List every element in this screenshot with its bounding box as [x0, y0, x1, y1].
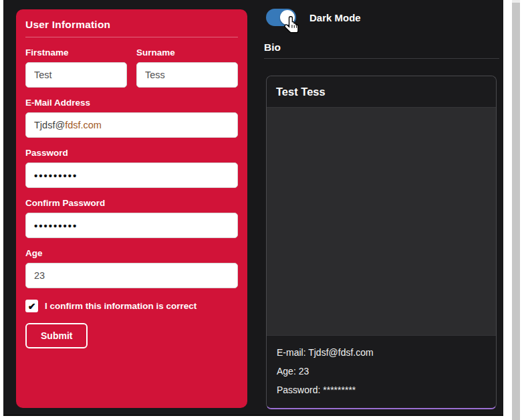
email-field[interactable]: Tjdsf@fdsf.com — [25, 112, 238, 138]
age-label: Age — [25, 248, 238, 258]
bio-card-footer: E-mail: Tjdsf@fdsf.com Age: 23 Password:… — [267, 335, 496, 408]
bio-password-line: Password: ********* — [277, 384, 486, 396]
confirm-row: ✔ I confirm this information is correct — [25, 300, 238, 312]
bio-divider — [264, 58, 499, 59]
scrollbar-thumb[interactable] — [512, 3, 520, 420]
scrollbar — [512, 0, 520, 420]
surname-input[interactable] — [136, 62, 238, 88]
password-input[interactable] — [25, 163, 238, 188]
confirm-password-label: Confirm Password — [25, 198, 238, 208]
submit-button[interactable]: Submit — [25, 323, 88, 348]
name-row: Firstname Surname — [25, 37, 238, 88]
password-label: Password — [25, 148, 238, 158]
checkbox-check-icon: ✔ — [28, 301, 36, 312]
dark-mode-toggle[interactable] — [266, 9, 296, 26]
toggle-knob — [280, 10, 295, 25]
bio-email-line: E-mail: Tjdsf@fdsf.com — [277, 346, 486, 358]
bio-card-title: Test Tess — [276, 86, 325, 98]
bio-age-line: Age: 23 — [277, 365, 486, 377]
confirm-checkbox[interactable]: ✔ — [25, 300, 38, 312]
bio-card: Test Tess E-mail: Tjdsf@fdsf.com Age: 23… — [266, 76, 497, 409]
bio-card-header: Test Tess — [267, 76, 496, 108]
dark-mode-row: Dark Mode — [266, 9, 361, 26]
bio-card-body — [267, 108, 496, 335]
email-label: E-Mail Address — [25, 98, 238, 108]
email-value-suffix: fdsf.com — [65, 120, 102, 130]
email-value-prefix: Tjdsf@ — [34, 120, 65, 130]
age-input[interactable] — [25, 263, 238, 288]
bio-heading: Bio — [264, 41, 281, 54]
confirm-password-input[interactable] — [25, 213, 238, 238]
user-information-panel: User Information Firstname Surname E-Mai… — [16, 9, 247, 408]
app-background: User Information Firstname Surname E-Mai… — [3, 0, 503, 416]
form-title: User Information — [25, 19, 238, 31]
checkbox-label: I confirm this information is correct — [45, 301, 196, 311]
dark-mode-label: Dark Mode — [309, 12, 361, 23]
firstname-input[interactable] — [25, 62, 127, 88]
firstname-label: Firstname — [25, 47, 127, 58]
surname-label: Surname — [136, 47, 238, 58]
